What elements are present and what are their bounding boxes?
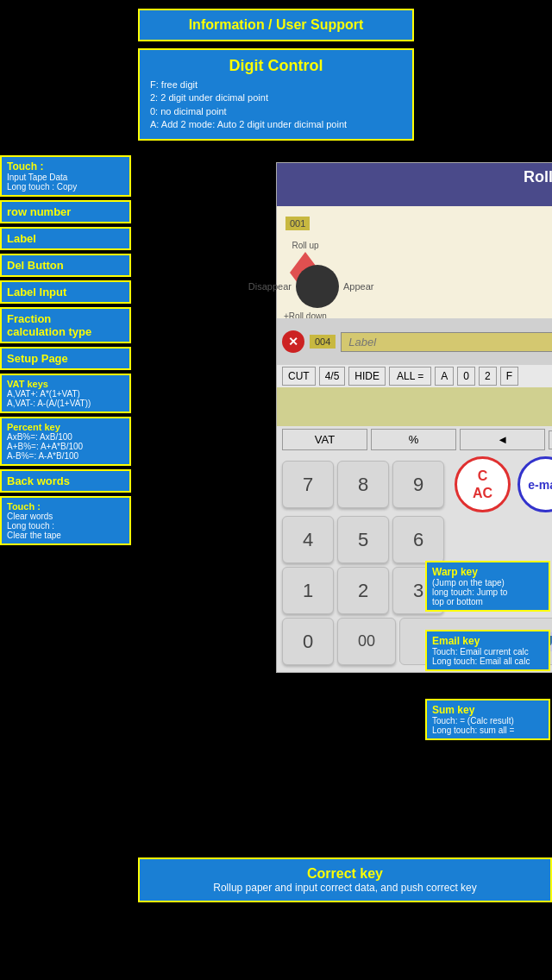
annotation-percent-key: Percent key AxB%=: AxB/100 A+B%=: A+A*B/… (0, 417, 131, 466)
annotation-sum-key: Sum key Touch: = (Calc result) Long touc… (425, 699, 550, 740)
btn-hide[interactable]: HIDE (348, 367, 386, 386)
control-row: VAT % ◄ ▲ ▼ correct (277, 426, 552, 453)
annotation-clear-words: Touch : Clear words Long touch : Clear t… (0, 496, 131, 545)
annotation-del-button: Del Button (0, 254, 131, 277)
annotation-label-input: Label Input (0, 280, 131, 304)
correct-key-section: Correct key Rollup paper and input corre… (138, 858, 552, 902)
annotation-email-key: Email key Touch: Email current calc Long… (425, 630, 550, 671)
annotation-label: Label (0, 227, 131, 250)
key-8[interactable]: 8 (337, 461, 389, 508)
annotation-fraction-type: Fraction calculation type (0, 307, 131, 343)
digit-control-desc: F: free digit 2: 2 digit under dicimal p… (150, 79, 402, 132)
key-double-zero[interactable]: 00 (337, 618, 396, 665)
btn-0[interactable]: 0 (457, 367, 475, 386)
btn-2[interactable]: 2 (479, 367, 497, 386)
annotation-row-number: row number (0, 200, 131, 223)
key-9[interactable]: 9 (392, 461, 444, 508)
row-num-004: 004 (310, 335, 336, 349)
row-num-001: 001 (285, 217, 310, 230)
key-clear[interactable]: C AC (455, 456, 511, 512)
annotation-vat-keys: VAT keys A,VAT+: A*(1+VAT) A,VAT-: A-(A/… (0, 374, 131, 413)
btn-back[interactable]: ◄ (460, 429, 545, 450)
key-email[interactable]: e-mail (518, 456, 552, 512)
annotation-touch-input: Touch : Input Tape Data Long touch : Cop… (0, 155, 131, 197)
btn-up-down[interactable]: ▲ ▼ (549, 430, 552, 449)
key-5[interactable]: 5 (337, 516, 389, 563)
display-row: CUT 4/5 HIDE ALL = A 0 2 F i (277, 365, 552, 387)
annotation-warp-key: Warp key (Jump on the tape) long touch: … (425, 561, 550, 612)
btn-f[interactable]: F (500, 367, 518, 386)
scroll-circle[interactable]: Disappear Appear (296, 265, 339, 308)
btn-fraction[interactable]: 4/5 (319, 367, 346, 386)
tape-numbers: 123 456 789 963 (346, 213, 552, 311)
calc-header: Roll Paper Calculator 2013年6月16日 19:42 (277, 163, 552, 206)
key-zero[interactable]: 0 (282, 618, 334, 665)
info-bar[interactable]: Information / User Support (138, 9, 414, 41)
tape-area[interactable]: 001 Roll up Disappear (277, 206, 552, 318)
roll-up-label: Roll up (290, 241, 321, 250)
key-4[interactable]: 4 (282, 516, 334, 563)
key-1[interactable]: 1 (282, 567, 334, 614)
digit-control-section: Digit Control F: free digit 2: 2 digit u… (138, 48, 414, 141)
btn-a[interactable]: A (435, 367, 454, 386)
key-2[interactable]: 2 (337, 567, 389, 614)
del-button[interactable]: ✕ (282, 330, 304, 353)
appear-label: Appear (343, 281, 373, 292)
digit-control-title: Digit Control (150, 57, 402, 75)
btn-all-eq[interactable]: ALL = (389, 367, 431, 386)
disappear-label: Disappear (248, 281, 292, 292)
key-7[interactable]: 7 (282, 461, 334, 508)
annotation-back-words: Back words (0, 469, 131, 493)
btn-vat[interactable]: VAT (282, 429, 367, 450)
number-display: 2,331 (277, 387, 552, 426)
label-input[interactable] (341, 332, 552, 352)
key-6[interactable]: 6 (392, 516, 444, 563)
btn-percent[interactable]: % (371, 429, 456, 450)
btn-cut[interactable]: CUT (282, 367, 316, 386)
annotation-setup-page: Setup Page (0, 347, 131, 370)
